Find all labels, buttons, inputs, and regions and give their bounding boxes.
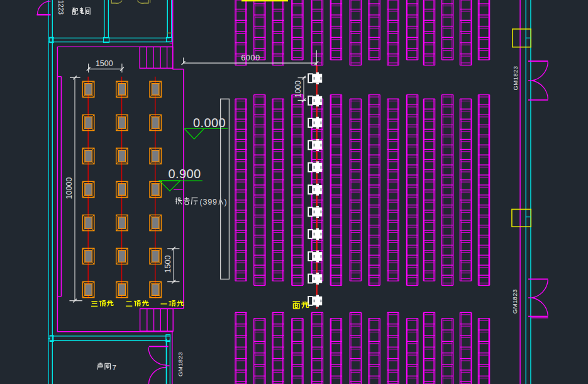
svg-text:): ) — [225, 198, 227, 206]
svg-text:(399: (399 — [200, 198, 218, 206]
svg-text:7: 7 — [113, 364, 116, 371]
svg-text:GM1823: GM1823 — [177, 352, 184, 376]
svg-text:1500: 1500 — [164, 256, 172, 273]
svg-text:0.900: 0.900 — [169, 167, 201, 181]
svg-text:0.000: 0.000 — [193, 116, 226, 130]
svg-text:1500: 1500 — [96, 59, 113, 68]
svg-text:GM1823: GM1823 — [512, 289, 519, 313]
svg-text:GM1823: GM1823 — [512, 66, 519, 91]
svg-text:GM1223: GM1223 — [57, 0, 64, 14]
svg-text:1000: 1000 — [294, 81, 302, 98]
svg-text:6000: 6000 — [241, 54, 260, 62]
svg-text:10000: 10000 — [65, 178, 74, 200]
